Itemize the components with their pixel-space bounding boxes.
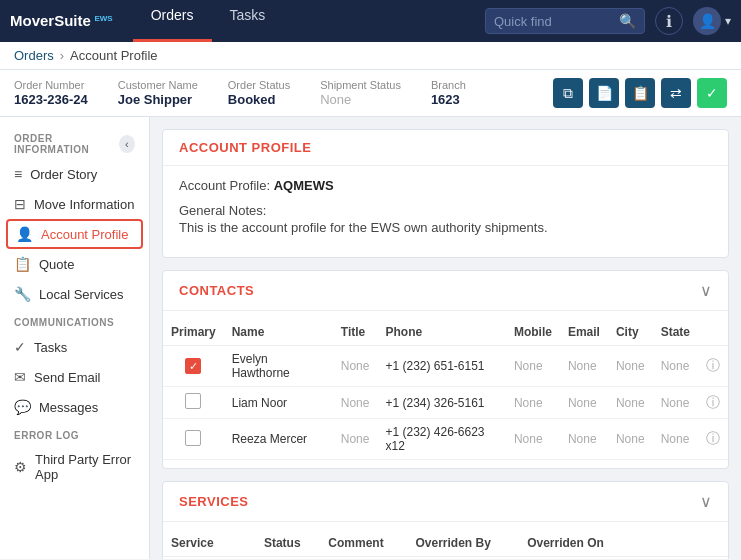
- sidebar-label-order-story: Order Story: [30, 167, 97, 182]
- contacts-table: Primary Name Title Phone Mobile Email Ci…: [163, 319, 728, 460]
- info-icon-3[interactable]: ⓘ: [706, 430, 720, 446]
- order-number-label: Order Number: [14, 79, 88, 91]
- contact-title-1: None: [333, 346, 378, 387]
- contact-name-2: Liam Noor: [224, 387, 333, 419]
- primary-checkbox-2[interactable]: [163, 387, 224, 419]
- third-party-icon: ⚙: [14, 459, 27, 475]
- sidebar-section-label-error-log: ERROR LOG: [14, 430, 79, 441]
- shipment-status-field: Shipment Status None: [320, 79, 401, 107]
- contact-info-1[interactable]: ⓘ: [698, 346, 728, 387]
- messages-icon: 💬: [14, 399, 31, 415]
- contacts-collapse-icon[interactable]: ∨: [700, 281, 712, 300]
- content-area: ACCOUNT PROFILE Account Profile: AQMEWS …: [150, 117, 741, 559]
- contact-info-3[interactable]: ⓘ: [698, 419, 728, 460]
- order-number-field: Order Number 1623-236-24: [14, 79, 88, 107]
- sidebar-label-messages: Messages: [39, 400, 98, 415]
- svc-name-1: 3rd Parties: [163, 557, 256, 560]
- logo: MoverSuite EWS: [10, 13, 113, 29]
- breadcrumb-current: Account Profile: [70, 48, 157, 63]
- sidebar-item-send-email[interactable]: ✉ Send Email: [0, 362, 149, 392]
- services-title: SERVICES: [179, 494, 249, 509]
- account-profile-icon: 👤: [16, 226, 33, 242]
- svc-col-action: [632, 530, 728, 557]
- clipboard-button[interactable]: 📋: [625, 78, 655, 108]
- order-status-value: Booked: [228, 92, 290, 107]
- breadcrumb: Orders › Account Profile: [0, 42, 741, 70]
- sidebar-section-error-log: ERROR LOG: [0, 422, 149, 445]
- notes-label: General Notes:: [179, 203, 712, 218]
- info-icon-2[interactable]: ⓘ: [706, 394, 720, 410]
- order-actions: ⧉ 📄 📋 ⇄ ✓: [553, 78, 727, 108]
- sidebar-collapse-button[interactable]: ‹: [119, 135, 135, 153]
- sidebar-label-third-party: Third Party Error App: [35, 452, 135, 482]
- sidebar-label-quote: Quote: [39, 257, 74, 272]
- profile-name-row: Account Profile: AQMEWS: [179, 178, 712, 193]
- logo-text: MoverSuite: [10, 12, 91, 29]
- top-nav: MoverSuite EWS Orders Tasks 🔍 ℹ 👤 ▾: [0, 0, 741, 42]
- merge-button[interactable]: ⇄: [661, 78, 691, 108]
- sidebar-item-quote[interactable]: 📋 Quote: [0, 249, 149, 279]
- branch-field: Branch 1623: [431, 79, 466, 107]
- col-title: Title: [333, 319, 378, 346]
- services-body: Service Status Comment Overriden By Over…: [163, 522, 728, 559]
- customer-name-field: Customer Name Joe Shipper: [118, 79, 198, 107]
- contact-info-2[interactable]: ⓘ: [698, 387, 728, 419]
- sidebar-item-local-services[interactable]: 🔧 Local Services: [0, 279, 149, 309]
- contact-city-1: None: [608, 346, 653, 387]
- sidebar-section-label-comms: COMMUNICATIONS: [14, 317, 114, 328]
- local-services-icon: 🔧: [14, 286, 31, 302]
- search-icon[interactable]: 🔍: [619, 13, 636, 29]
- svc-overriden-by-1: None: [407, 557, 519, 560]
- col-state: State: [653, 319, 698, 346]
- breadcrumb-parent[interactable]: Orders: [14, 48, 54, 63]
- primary-checkbox-3[interactable]: [163, 419, 224, 460]
- sidebar-label-send-email: Send Email: [34, 370, 100, 385]
- services-collapse-icon[interactable]: ∨: [700, 492, 712, 511]
- col-primary: Primary: [163, 319, 224, 346]
- profile-value: AQMEWS: [274, 178, 334, 193]
- contacts-section: CONTACTS ∨ Primary Name Title Phone Mobi…: [162, 270, 729, 469]
- services-section: SERVICES ∨ Service Status Comment Overri…: [162, 481, 729, 559]
- svc-col-service: Service: [163, 530, 256, 557]
- document-button[interactable]: 📄: [589, 78, 619, 108]
- quote-icon: 📋: [14, 256, 31, 272]
- contact-phone-2: +1 (234) 326-5161: [377, 387, 505, 419]
- info-icon-1[interactable]: ⓘ: [706, 357, 720, 373]
- svc-comment-1: None: [320, 557, 407, 560]
- contact-city-2: None: [608, 387, 653, 419]
- col-city: City: [608, 319, 653, 346]
- sidebar-item-move-information[interactable]: ⊟ Move Information: [0, 189, 149, 219]
- svc-action-1[interactable]: Override: [632, 557, 728, 560]
- user-area[interactable]: 👤 ▾: [693, 7, 731, 35]
- sidebar-item-third-party[interactable]: ⚙ Third Party Error App: [0, 445, 149, 489]
- sidebar-item-messages[interactable]: 💬 Messages: [0, 392, 149, 422]
- svc-status-1: Call: [256, 557, 320, 560]
- contact-state-1: None: [653, 346, 698, 387]
- info-nav-icon[interactable]: ℹ: [655, 7, 683, 35]
- copy-button[interactable]: ⧉: [553, 78, 583, 108]
- sidebar-item-tasks[interactable]: ✓ Tasks: [0, 332, 149, 362]
- chevron-down-icon: ▾: [725, 14, 731, 28]
- shipment-status-label: Shipment Status: [320, 79, 401, 91]
- primary-checkbox-1[interactable]: ✓: [163, 346, 224, 387]
- contact-state-2: None: [653, 387, 698, 419]
- account-profile-body: Account Profile: AQMEWS General Notes: T…: [163, 166, 728, 257]
- profile-notes-row: General Notes: This is the account profi…: [179, 203, 712, 235]
- contact-phone-3: +1 (232) 426-6623 x12: [377, 419, 505, 460]
- contact-mobile-1: None: [506, 346, 560, 387]
- order-summary-bar: Order Number 1623-236-24 Customer Name J…: [0, 70, 741, 117]
- tab-orders[interactable]: Orders: [133, 0, 212, 42]
- sidebar-item-account-profile[interactable]: 👤 Account Profile: [6, 219, 143, 249]
- sidebar-label-account-profile: Account Profile: [41, 227, 128, 242]
- tab-tasks[interactable]: Tasks: [212, 0, 284, 42]
- move-information-icon: ⊟: [14, 196, 26, 212]
- col-phone: Phone: [377, 319, 505, 346]
- col-name: Name: [224, 319, 333, 346]
- check-button[interactable]: ✓: [697, 78, 727, 108]
- sidebar-label-local-services: Local Services: [39, 287, 124, 302]
- sidebar-item-order-story[interactable]: ≡ Order Story: [0, 159, 149, 189]
- sidebar: ORDER INFORMATION ‹ ≡ Order Story ⊟ Move…: [0, 117, 150, 559]
- col-email: Email: [560, 319, 608, 346]
- main-layout: ORDER INFORMATION ‹ ≡ Order Story ⊟ Move…: [0, 117, 741, 559]
- search-input[interactable]: [494, 14, 613, 29]
